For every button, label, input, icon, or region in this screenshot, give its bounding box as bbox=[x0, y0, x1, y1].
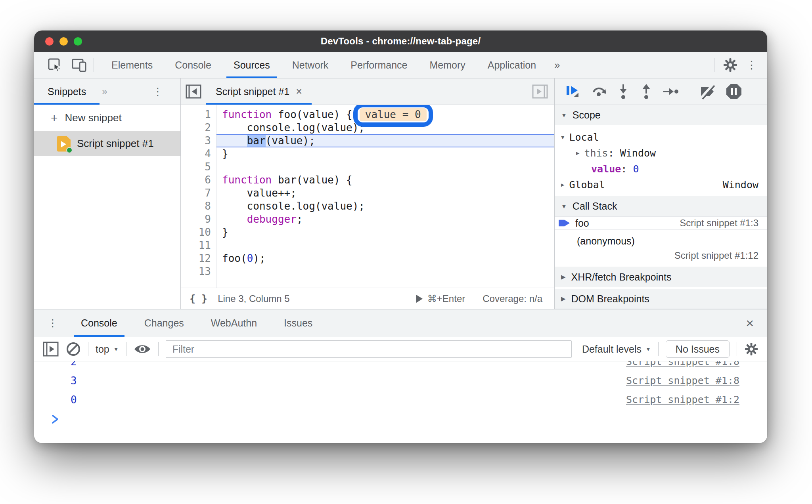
code-line[interactable]: 10} bbox=[181, 226, 554, 239]
tab-memory[interactable]: Memory bbox=[418, 52, 476, 78]
source-location-link[interactable]: Script snippet #1:8 bbox=[626, 361, 739, 367]
line-number[interactable]: 2 bbox=[181, 121, 216, 134]
drawer-tab-console[interactable]: Console bbox=[67, 309, 131, 337]
callstack-section-header[interactable]: ▼ Call Stack bbox=[555, 196, 767, 216]
code-line[interactable]: 5 bbox=[181, 160, 554, 174]
dom-breakpoints-header[interactable]: ▶ DOM Breakpoints bbox=[555, 289, 767, 309]
new-snippet-button[interactable]: + New snippet bbox=[34, 105, 180, 131]
hide-navigator-icon[interactable] bbox=[181, 78, 206, 105]
drawer-tab-webauthn[interactable]: WebAuthn bbox=[197, 309, 270, 337]
source-location-link[interactable]: Script snippet #1:2 bbox=[626, 394, 739, 405]
line-number[interactable]: 11 bbox=[181, 239, 216, 252]
inspect-icon[interactable] bbox=[44, 55, 65, 74]
code-line[interactable]: 6function bar(value) { bbox=[181, 174, 554, 187]
callstack-frame-foo[interactable]: foo Script snippet #1:3 bbox=[555, 216, 767, 230]
code-line[interactable]: 1function foo(value) {value = 0 bbox=[181, 108, 554, 121]
close-tab-icon[interactable]: × bbox=[296, 86, 302, 97]
settings-gear-icon[interactable] bbox=[720, 55, 741, 74]
scope-value-row[interactable]: value: 0 bbox=[555, 161, 767, 177]
scope-global-row[interactable]: ▶ Global Window bbox=[555, 177, 767, 193]
code-line[interactable]: 11 bbox=[181, 239, 554, 252]
console-messages[interactable]: 2Script snippet #1:83Script snippet #1:8… bbox=[34, 361, 767, 443]
drawer-tab-issues[interactable]: Issues bbox=[270, 309, 326, 337]
more-navigator-tabs-icon[interactable]: » bbox=[100, 86, 109, 97]
console-prompt[interactable] bbox=[34, 409, 767, 429]
more-panels-icon[interactable]: » bbox=[547, 52, 567, 78]
code-line[interactable]: 3 bar(value); bbox=[181, 134, 554, 147]
default-levels-select[interactable]: Default levels ▼ bbox=[582, 344, 651, 355]
close-drawer-icon[interactable]: × bbox=[746, 309, 767, 337]
clear-console-icon[interactable] bbox=[66, 342, 81, 357]
code-segment: bar bbox=[247, 135, 266, 147]
line-number[interactable]: 9 bbox=[181, 213, 216, 226]
step-over-icon[interactable] bbox=[591, 84, 607, 99]
drawer-menu-icon[interactable]: ⋮ bbox=[34, 309, 67, 337]
line-number[interactable]: 5 bbox=[181, 160, 216, 174]
tab-snippets[interactable]: Snippets bbox=[34, 78, 100, 105]
context-selector[interactable]: top ▼ bbox=[96, 344, 119, 355]
code-segment: value++; bbox=[222, 187, 297, 199]
callstack-frame-anonymous[interactable]: (anonymous) Script snippet #1:12 bbox=[555, 230, 767, 267]
line-number[interactable]: 6 bbox=[181, 174, 216, 187]
close-window-button[interactable] bbox=[45, 37, 54, 46]
code-line[interactable]: 8 console.log(value); bbox=[181, 200, 554, 213]
show-right-sidebar-icon[interactable] bbox=[532, 84, 554, 99]
screenshot-stage: DevTools - chrome://new-tab-page/ bbox=[0, 0, 812, 504]
tab-network[interactable]: Network bbox=[281, 52, 340, 78]
frame-location-link[interactable]: Script snippet #1:12 bbox=[577, 250, 758, 261]
tab-application[interactable]: Application bbox=[477, 52, 547, 78]
scope-this-row[interactable]: ▶ this: Window bbox=[555, 145, 767, 161]
tab-sources[interactable]: Sources bbox=[222, 52, 281, 78]
zoom-window-button[interactable] bbox=[74, 37, 82, 46]
minimize-window-button[interactable] bbox=[59, 37, 68, 46]
tab-performance[interactable]: Performance bbox=[339, 52, 418, 78]
scope-global-label: Global bbox=[569, 179, 605, 191]
console-settings-gear-icon[interactable] bbox=[744, 342, 758, 356]
line-number[interactable]: 4 bbox=[181, 147, 216, 160]
code-line[interactable]: 12foo(0); bbox=[181, 252, 554, 265]
device-toolbar-icon[interactable] bbox=[69, 55, 90, 74]
line-number[interactable]: 8 bbox=[181, 200, 216, 213]
scope-body: ▼ Local ▶ this: Window value: 0 ▶ Global… bbox=[555, 125, 767, 196]
main-menu-icon[interactable]: ⋮ bbox=[746, 60, 757, 71]
pretty-print-icon[interactable]: { } bbox=[190, 293, 207, 304]
drawer-tab-changes[interactable]: Changes bbox=[131, 309, 197, 337]
code-line[interactable]: 9 debugger; bbox=[181, 213, 554, 226]
this-property: this: Window bbox=[584, 147, 656, 159]
xhr-breakpoints-header[interactable]: ▶ XHR/fetch Breakpoints bbox=[555, 267, 767, 287]
tab-elements[interactable]: Elements bbox=[100, 52, 164, 78]
tab-console[interactable]: Console bbox=[164, 52, 222, 78]
step-out-icon[interactable] bbox=[640, 83, 653, 100]
frame-location-link[interactable]: Script snippet #1:3 bbox=[680, 218, 758, 229]
pause-on-exceptions-icon[interactable] bbox=[726, 83, 742, 100]
scope-local-row[interactable]: ▼ Local bbox=[555, 129, 767, 145]
line-number[interactable]: 12 bbox=[181, 252, 216, 265]
line-number[interactable]: 1 bbox=[181, 108, 216, 121]
code-line[interactable]: 7 value++; bbox=[181, 187, 554, 200]
deactivate-breakpoints-icon[interactable] bbox=[699, 83, 716, 100]
line-number[interactable]: 3 bbox=[181, 134, 216, 147]
navigator-menu-icon[interactable]: ⋮ bbox=[153, 86, 180, 98]
no-issues-button[interactable]: No Issues bbox=[666, 340, 730, 358]
code-line[interactable]: 4} bbox=[181, 147, 554, 160]
editor-tab-script-snippet-1[interactable]: Script snippet #1 × bbox=[206, 78, 312, 105]
run-snippet-icon[interactable] bbox=[416, 295, 423, 303]
line-number[interactable]: 10 bbox=[181, 226, 216, 239]
snippet-list-item[interactable]: Script snippet #1 bbox=[34, 131, 180, 156]
scope-section-header[interactable]: ▼ Scope bbox=[555, 105, 767, 125]
code-segment: debugger bbox=[247, 213, 297, 225]
line-number[interactable]: 7 bbox=[181, 187, 216, 200]
console-sidebar-icon[interactable] bbox=[43, 342, 59, 357]
source-location-link[interactable]: Script snippet #1:8 bbox=[626, 375, 739, 386]
execution-line: bar(value); bbox=[216, 134, 554, 147]
code-line[interactable]: 13 bbox=[181, 265, 554, 278]
resume-script-icon[interactable] bbox=[564, 84, 582, 99]
filter-input[interactable] bbox=[166, 340, 572, 358]
eye-icon[interactable] bbox=[134, 343, 151, 355]
code-editor[interactable]: 1function foo(value) {value = 02 console… bbox=[181, 105, 554, 288]
step-icon[interactable] bbox=[663, 85, 679, 98]
line-number[interactable]: 13 bbox=[181, 265, 216, 278]
console-message-value: 0 bbox=[71, 394, 77, 406]
step-into-icon[interactable] bbox=[617, 83, 630, 100]
toolbar-separator bbox=[158, 342, 159, 356]
